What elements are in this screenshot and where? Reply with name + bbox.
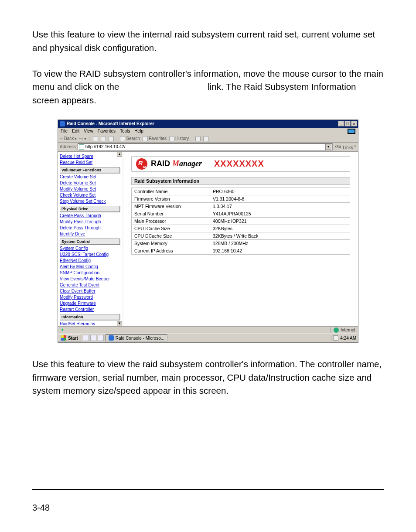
quick-launch-icon-1[interactable] <box>83 335 89 341</box>
back-button[interactable]: ⇦ Back ▾ <box>60 136 77 141</box>
stop-icon[interactable] <box>93 136 98 141</box>
sidebar-group-volumeset: VolumeSet Functions <box>60 167 120 173</box>
sidebar-rescue-raid-set[interactable]: Rescue Raid Set <box>60 160 120 166</box>
menu-bar: File Edit View Favorites Tools Help <box>58 128 358 135</box>
menu-tools[interactable]: Tools <box>120 129 130 134</box>
sidebar-modify-volume-set[interactable]: Modify Volume Set <box>60 186 120 192</box>
sidebar-modify-pass-through[interactable]: Modify Pass Through <box>60 219 120 225</box>
sidebar-system-config[interactable]: System Config <box>60 246 120 252</box>
info-key: System Memory <box>132 239 210 247</box>
menu-file[interactable]: File <box>61 129 68 134</box>
internet-zone-icon <box>334 327 339 333</box>
sidebar-check-volume-set[interactable]: Check Volume Set <box>60 192 120 198</box>
table-row: Firmware VersionV1.31 2004-6-8 <box>132 195 350 202</box>
sidebar-group-system: System Control <box>60 239 120 245</box>
sidebar-upgrade-firmware[interactable]: Upgrade Firmware <box>60 300 120 307</box>
window-maximize-button[interactable]: □ <box>344 121 351 126</box>
address-field[interactable]: http://192.168.10.42/ ▾ <box>78 143 333 150</box>
quick-launch-icon-2[interactable] <box>90 335 96 341</box>
sidebar-scroll-down-icon[interactable]: ▼ <box>117 321 122 326</box>
ie-window: Raid Console - Microsoft Internet Explor… <box>58 119 358 343</box>
taskbar-task-raid-console[interactable]: Raid Console - Microso... <box>106 334 167 341</box>
home-icon[interactable] <box>109 136 114 141</box>
sidebar-group-information: Information <box>60 314 120 320</box>
toolbar-separator-3: | <box>191 136 193 141</box>
sidebar-u320-scsi-target-config[interactable]: U320 SCSI Target Config <box>60 252 120 258</box>
history-button[interactable]: History <box>169 136 189 141</box>
info-value: 1.3.34.17 <box>210 202 350 210</box>
quick-launch-icon-3[interactable] <box>98 335 104 341</box>
window-close-button[interactable]: × <box>351 121 357 126</box>
raid-info-table: Controller NamePRO-6360Firmware VersionV… <box>131 188 350 255</box>
page-icon <box>79 144 84 150</box>
sidebar-ethernet-config[interactable]: EtherNet Config <box>60 258 120 264</box>
sidebar-view-events-mute-beeper[interactable]: View Events/Mute Beeper <box>60 276 120 282</box>
taskbar-task-label: Raid Console - Microso... <box>116 336 164 341</box>
sidebar-clear-event-buffer[interactable]: Clear Event Buffer <box>60 288 120 294</box>
table-row: System Memory128MB / 200MHz <box>132 239 350 247</box>
tray-icon-1[interactable] <box>333 335 338 341</box>
system-tray: 4:24 AM <box>331 335 358 341</box>
favorites-button[interactable]: Favorites <box>143 136 167 141</box>
raid-word: RAID <box>151 159 172 168</box>
sidebar-snmp-configuration[interactable]: SNMP Configuration <box>60 270 120 276</box>
sidebar-generate-test-event[interactable]: Generate Test Event <box>60 282 120 288</box>
links-button[interactable]: Links » <box>343 144 356 150</box>
refresh-icon[interactable] <box>101 136 106 141</box>
info-value: Y414AJPRA00125 <box>210 210 350 217</box>
address-bar: Address http://192.168.10.42/ ▾ Go Links… <box>58 143 358 152</box>
info-key: CPU ICache Size <box>132 225 210 232</box>
sidebar-modify-password[interactable]: Modify Password <box>60 294 120 300</box>
print-icon[interactable] <box>203 136 208 141</box>
info-key: CPU DCache Size <box>132 232 210 239</box>
menu-edit[interactable]: Edit <box>72 129 79 134</box>
sidebar-delete-volume-set[interactable]: Delete Volume Set <box>60 180 120 186</box>
status-bar: ✦ Internet <box>58 326 358 334</box>
mail-icon[interactable] <box>195 136 201 141</box>
toolbar-separator: | <box>89 136 90 141</box>
sidebar-delete-hot-spare[interactable]: Delete Hot Spare <box>60 153 120 160</box>
sidebar-restart-controller[interactable]: Restart Controller <box>60 307 120 313</box>
address-dropdown-icon[interactable]: ▾ <box>325 144 331 150</box>
sidebar-create-pass-through[interactable]: Create Pass Through <box>60 213 120 219</box>
table-row: CPU ICache Size32KBytes <box>132 225 350 232</box>
info-key: Current IP Address <box>132 247 210 254</box>
info-value: 128MB / 200MHz <box>210 239 350 247</box>
table-row: Serial NumberY414AJPRA00125 <box>132 210 350 217</box>
content-area: ▲ Delete Hot Spare Rescue Raid Set Volum… <box>58 152 358 326</box>
window-titlebar: Raid Console - Microsoft Internet Explor… <box>58 120 358 128</box>
menu-help[interactable]: Help <box>134 129 143 134</box>
sidebar-identify-drive[interactable]: Identify Drive <box>60 231 120 237</box>
info-key: Serial Number <box>132 210 210 217</box>
sidebar-alert-by-mail-config[interactable]: Alert By Mail Config <box>60 264 120 270</box>
ie-icon <box>60 121 65 126</box>
search-icon <box>120 136 125 141</box>
window-title: Raid Console - Microsoft Internet Explor… <box>67 121 154 126</box>
window-minimize-button[interactable]: _ <box>338 121 344 126</box>
menu-view[interactable]: View <box>84 129 93 134</box>
menu-favorites[interactable]: Favorites <box>98 129 116 134</box>
sidebar-stop-volume-set-check[interactable]: Stop Volume Set Check <box>60 198 120 205</box>
sidebar-raidset-hierarchy[interactable]: RaidSet Hierarchy <box>60 321 120 326</box>
go-button[interactable]: Go <box>334 144 341 149</box>
windows-logo-icon <box>61 335 66 341</box>
search-button[interactable]: Search <box>120 136 140 141</box>
sidebar-delete-pass-through[interactable]: Delete Pass Through <box>60 225 120 231</box>
toolbar: ⇦ Back ▾ ⇨ ▾ | | Search Favorites Histor… <box>58 135 358 143</box>
table-row: CPU DCache Size32KBytes / Write Back <box>132 232 350 239</box>
info-value: PRO-6360 <box>210 188 350 195</box>
start-label: Start <box>68 336 78 341</box>
task-ie-icon <box>109 335 114 341</box>
banner-placeholder-x: XXXXXXXX <box>214 159 264 169</box>
page-footer-divider <box>32 489 384 490</box>
sidebar: ▲ Delete Hot Spare Rescue Raid Set Volum… <box>58 152 123 326</box>
forward-button[interactable]: ⇨ ▾ <box>79 136 86 141</box>
sidebar-create-volume-set[interactable]: Create Volume Set <box>60 174 120 180</box>
search-label: Search <box>126 136 140 141</box>
sidebar-scroll-up-icon[interactable]: ▲ <box>117 152 122 157</box>
info-value: V1.31 2004-6-8 <box>210 195 350 202</box>
start-button[interactable]: Start <box>58 334 81 341</box>
info-key: Firmware Version <box>132 195 210 202</box>
taskbar: Start Raid Console - Microso... 4:24 AM <box>58 334 358 342</box>
paragraph-2: To view the RAID subsystem controller's … <box>32 67 384 107</box>
